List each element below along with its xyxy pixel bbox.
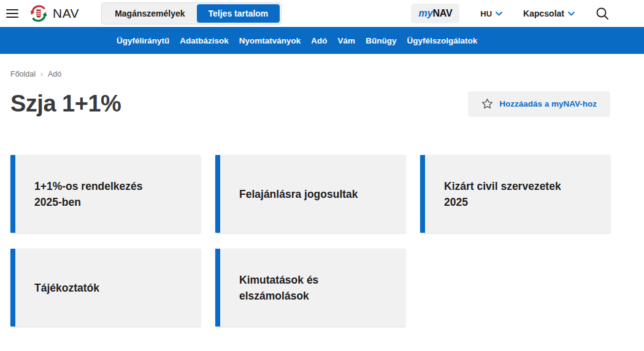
card-rendelkezes-2025[interactable]: 1+1%-os rendelkezés 2025-ben [10,155,201,233]
nav-logo-icon[interactable] [29,4,48,23]
main-navigation-bar: Ügyféliránytű Adatbázisok Nyomtatványok … [0,27,644,54]
nav-item-ugyfeliranytu[interactable]: Ügyféliránytű [117,36,169,45]
breadcrumb-current[interactable]: Adó [48,70,61,78]
add-to-mynav-label: Hozzáadás a myNAV-hoz [499,99,597,108]
mynav-button[interactable]: myNAV [411,4,459,23]
card-felajanlasra-jogosultak[interactable]: Felajánlásra jogosultak [215,155,405,233]
brand-text: NAV [53,6,79,21]
header-right-cluster: myNAV HU Kapcsolat [411,4,609,23]
title-row: Szja 1+1% Hozzáadás a myNAV-hoz [10,91,610,117]
card-label: Felajánlásra jogosultak [239,186,358,202]
main-content: Főoldal › Adó Szja 1+1% Hozzáadás a myNA… [0,70,644,326]
nav-item-vam[interactable]: Vám [338,36,356,45]
nav-item-bunugy[interactable]: Bűnügy [366,36,396,45]
search-button[interactable] [596,7,609,20]
card-label: 1+1%-os rendelkezés 2025-ben [34,178,143,210]
tab-maganszemelyek[interactable]: Magánszemélyek [103,4,196,23]
language-label: HU [480,9,492,18]
mynav-nav-text: NAV [433,8,453,18]
nav-item-ugyfelszolgalatok[interactable]: Ügyfélszolgálatok [407,36,477,45]
topic-cards-grid: 1+1%-os rendelkezés 2025-ben Felajánlásr… [10,155,610,326]
card-label: Kimutatások és elszámolások [239,272,318,304]
nav-item-adatbazisok[interactable]: Adatbázisok [180,36,229,45]
breadcrumb-separator-icon: › [40,70,43,78]
breadcrumb: Főoldal › Adó [10,70,610,78]
breadcrumb-home[interactable]: Főoldal [10,70,36,78]
language-dropdown[interactable]: HU [480,9,502,18]
hamburger-menu-icon[interactable] [6,9,18,18]
tab-teljes-tartalom[interactable]: Teljes tartalom [197,4,280,23]
contact-label: Kapcsolat [523,9,564,18]
chevron-down-icon [496,12,502,16]
nav-item-ado[interactable]: Adó [311,36,327,45]
card-kizart-civil-szervezetek[interactable]: Kizárt civil szervezetek 2025 [420,155,610,233]
top-header: NAV Magánszemélyek Teljes tartalom myNAV… [0,0,644,27]
chevron-down-icon [568,12,575,16]
card-label: Kizárt civil szervezetek 2025 [444,178,561,210]
page-title: Szja 1+1% [10,91,121,117]
nav-item-nyomtatvanyok[interactable]: Nyomtatványok [239,36,301,45]
audience-tab-group: Magánszemélyek Teljes tartalom [101,2,282,25]
card-tajekoztatok[interactable]: Tájékoztatók [10,249,201,326]
card-label: Tájékoztatók [34,280,99,296]
contact-dropdown[interactable]: Kapcsolat [523,9,575,18]
star-icon [481,98,493,110]
search-icon [596,7,609,20]
add-to-mynav-button[interactable]: Hozzáadás a myNAV-hoz [468,91,610,117]
card-kimutatasok-elszamolasok[interactable]: Kimutatások és elszámolások [215,249,405,326]
mynav-my-text: my [418,8,432,18]
